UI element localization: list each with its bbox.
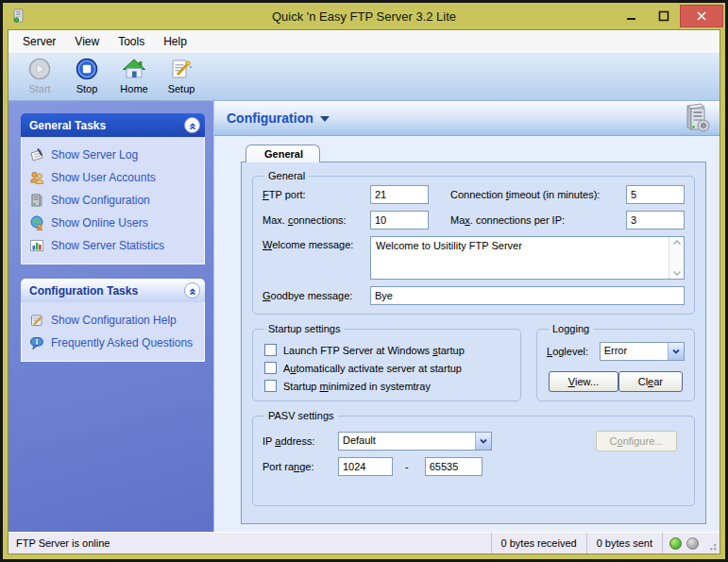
dropdown-caret-icon bbox=[320, 116, 330, 122]
faq-icon bbox=[29, 335, 44, 350]
collapse-button[interactable] bbox=[184, 282, 200, 298]
goodbye-message-label: Goodbye message: bbox=[262, 290, 366, 301]
user-accounts-icon bbox=[29, 170, 44, 185]
home-icon bbox=[121, 57, 147, 83]
window-controls bbox=[616, 5, 723, 27]
sidebar-item-show-configuration[interactable]: Show Configuration bbox=[26, 189, 201, 212]
ip-address-value: Default bbox=[339, 433, 475, 450]
config-help-icon bbox=[29, 313, 44, 328]
max-connections-per-ip-label: Max. connections per IP: bbox=[450, 214, 622, 226]
client-area: Server View Tools Help Start Stop Home bbox=[8, 29, 720, 554]
server-log-icon bbox=[29, 147, 44, 162]
app-icon bbox=[10, 9, 25, 24]
sidebar: General Tasks Show Server Log bbox=[8, 101, 214, 532]
menu-tools[interactable]: Tools bbox=[109, 31, 154, 52]
max-connections-per-ip-input[interactable] bbox=[626, 211, 685, 230]
window-frame: Quick 'n Easy FTP Server 3.2 Lite Server… bbox=[3, 3, 725, 559]
chevron-down-icon bbox=[478, 435, 489, 447]
configuration-tasks-panel: Configuration Tasks Show Configuration H… bbox=[21, 279, 205, 362]
minimize-button[interactable] bbox=[616, 5, 648, 27]
logging-legend: Logging bbox=[549, 323, 593, 334]
start-icon bbox=[26, 57, 53, 83]
sidebar-item-show-server-statistics[interactable]: Show Server Statistics bbox=[26, 234, 201, 257]
welcome-message-input[interactable]: Welcome to Usitility FTP Server bbox=[371, 237, 668, 279]
loglevel-value: Error bbox=[601, 343, 668, 360]
maximize-icon bbox=[658, 10, 669, 22]
close-icon bbox=[696, 10, 707, 22]
maximize-button[interactable] bbox=[648, 5, 680, 27]
clear-log-button[interactable]: Clear bbox=[618, 371, 683, 392]
loglevel-dropdown-button[interactable] bbox=[668, 343, 684, 360]
launch-at-windows-startup-checkbox[interactable] bbox=[264, 344, 277, 356]
menubar: Server View Tools Help bbox=[8, 30, 720, 53]
close-button[interactable] bbox=[680, 5, 723, 27]
start-minimized-checkbox[interactable] bbox=[264, 380, 277, 392]
page-title: Configuration bbox=[227, 111, 313, 126]
server-header-icon bbox=[678, 102, 712, 135]
send-led-indicator bbox=[686, 537, 699, 550]
menu-server[interactable]: Server bbox=[13, 31, 65, 52]
sidebar-item-show-server-log[interactable]: Show Server Log bbox=[26, 144, 201, 166]
connection-timeout-label: Connection timeout (in minutes): bbox=[450, 189, 622, 200]
general-tab-panel: General FTP port: Connection timeout (in… bbox=[241, 162, 706, 524]
app-window: Quick 'n Easy FTP Server 3.2 Lite Server… bbox=[0, 0, 728, 562]
general-legend: General bbox=[264, 170, 309, 181]
receive-led-indicator bbox=[669, 537, 682, 550]
home-button[interactable]: Home bbox=[112, 56, 156, 94]
view-log-button[interactable]: View... bbox=[549, 371, 618, 392]
view-title-dropdown[interactable]: Configuration bbox=[227, 111, 330, 126]
welcome-scrollbar[interactable] bbox=[669, 237, 684, 279]
general-tasks-panel: General Tasks Show Server Log bbox=[21, 113, 205, 264]
start-minimized-label: Startup minimized in systemtray bbox=[283, 381, 431, 392]
general-tasks-header: General Tasks bbox=[21, 113, 205, 137]
menu-view[interactable]: View bbox=[65, 31, 109, 52]
tab-general[interactable]: General bbox=[245, 145, 320, 162]
ip-address-dropdown-button[interactable] bbox=[475, 433, 491, 450]
max-connections-label: Max. connections: bbox=[262, 214, 366, 226]
port-range-from-input[interactable] bbox=[338, 457, 393, 476]
loglevel-label: Loglevel: bbox=[547, 346, 600, 357]
launch-at-windows-startup-option: Launch FTP Server at Windows startup bbox=[264, 344, 511, 356]
view-header: Configuration bbox=[214, 101, 720, 136]
sidebar-item-show-configuration-help[interactable]: Show Configuration Help bbox=[26, 309, 201, 332]
stop-icon bbox=[74, 57, 100, 83]
scroll-down-icon[interactable] bbox=[672, 270, 682, 277]
collapse-button[interactable] bbox=[184, 117, 200, 133]
connection-timeout-input[interactable] bbox=[626, 185, 685, 204]
chevron-up-icon bbox=[187, 120, 198, 131]
configuration-icon bbox=[29, 193, 44, 208]
chevron-up-icon bbox=[187, 285, 198, 297]
online-users-icon bbox=[29, 215, 44, 230]
bytes-sent-segment: 0 bytes sent bbox=[586, 533, 662, 553]
statusbar: FTP Server is online 0 bytes received 0 … bbox=[8, 532, 720, 553]
sidebar-item-frequently-asked-questions[interactable]: Frequently Asked Questions bbox=[26, 332, 201, 354]
setup-icon bbox=[168, 57, 195, 83]
sidebar-item-show-user-accounts[interactable]: Show User Accounts bbox=[26, 166, 201, 189]
max-connections-input[interactable] bbox=[370, 211, 429, 230]
start-button[interactable]: Start bbox=[18, 56, 61, 94]
pasv-settings-legend: PASV settings bbox=[264, 410, 338, 421]
resize-grip[interactable] bbox=[705, 539, 718, 552]
goodbye-message-input[interactable] bbox=[370, 286, 685, 305]
stop-button[interactable]: Stop bbox=[65, 56, 109, 94]
port-range-to-input[interactable] bbox=[425, 457, 483, 476]
auto-activate-label: Automatically activate server at startup bbox=[283, 363, 462, 374]
scroll-up-icon[interactable] bbox=[672, 239, 682, 246]
startup-settings-groupbox: Startup settings Launch FTP Server at Wi… bbox=[252, 323, 521, 401]
loglevel-select[interactable]: Error bbox=[600, 342, 685, 361]
menu-help[interactable]: Help bbox=[154, 31, 196, 52]
auto-activate-checkbox[interactable] bbox=[264, 362, 277, 374]
statistics-icon bbox=[29, 238, 44, 253]
setup-button[interactable]: Setup bbox=[160, 56, 203, 94]
ip-address-label: IP address: bbox=[262, 435, 338, 447]
configure-button[interactable]: Configure... bbox=[596, 431, 677, 451]
launch-at-windows-startup-label: Launch FTP Server at Windows startup bbox=[283, 345, 465, 356]
tab-area: General General FTP port: Connectio bbox=[214, 136, 720, 532]
sidebar-item-show-online-users[interactable]: Show Online Users bbox=[26, 212, 201, 234]
start-minimized-option: Startup minimized in systemtray bbox=[264, 380, 511, 392]
chevron-down-icon bbox=[670, 346, 682, 357]
ftp-port-input[interactable] bbox=[370, 185, 429, 204]
ip-address-select[interactable]: Default bbox=[338, 432, 492, 451]
startup-settings-legend: Startup settings bbox=[264, 323, 344, 334]
general-groupbox: General FTP port: Connection timeout (in… bbox=[252, 170, 695, 315]
